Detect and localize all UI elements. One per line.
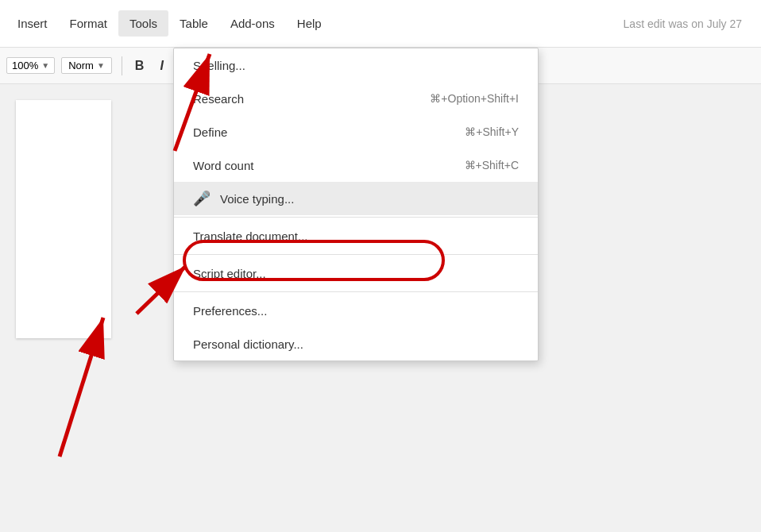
menu-item-research-shortcut: ⌘+Option+Shift+I (430, 92, 519, 105)
menu-item-script-editor[interactable]: Script editor... (174, 256, 538, 290)
document-page (16, 100, 111, 338)
menu-item-spelling-label: Spelling... (193, 59, 245, 72)
menu-item-define-shortcut: ⌘+Shift+Y (465, 125, 519, 138)
style-dropdown-icon: ▼ (97, 61, 105, 70)
zoom-dropdown-icon: ▼ (41, 61, 49, 70)
menu-item-translate[interactable]: Translate document... (174, 219, 538, 253)
menu-item-define[interactable]: Define ⌘+Shift+Y (174, 115, 538, 148)
menu-table[interactable]: Table (168, 10, 219, 37)
menu-item-word-count-label: Word count (193, 159, 253, 172)
microphone-icon: 🎤 (193, 190, 211, 207)
style-value: Norm (68, 60, 94, 71)
menu-item-voice-typing[interactable]: 🎤 Voice typing... (174, 182, 538, 215)
style-selector[interactable]: Norm ▼ (61, 57, 112, 74)
menubar: Insert Format Tools Table Add-ons Help L… (0, 0, 761, 48)
menu-item-define-label: Define (193, 125, 227, 139)
menu-format[interactable]: Format (59, 10, 119, 37)
menu-divider-2 (174, 254, 538, 255)
menu-item-word-count-shortcut: ⌘+Shift+C (465, 159, 519, 172)
menu-item-personal-dictionary[interactable]: Personal dictionary... (174, 327, 538, 360)
menu-item-preferences[interactable]: Preferences... (174, 294, 538, 327)
menu-addons[interactable]: Add-ons (219, 10, 286, 37)
menu-divider-1 (174, 217, 538, 218)
menu-item-preferences-label: Preferences... (193, 304, 267, 318)
menu-item-voice-typing-label: Voice typing... (220, 192, 294, 206)
menu-help[interactable]: Help (286, 10, 333, 37)
menu-insert[interactable]: Insert (6, 10, 59, 37)
menu-divider-3 (174, 291, 538, 292)
toolbar-separator-1 (122, 56, 122, 75)
menu-item-research[interactable]: Research ⌘+Option+Shift+I (174, 82, 538, 115)
zoom-value: 100% (12, 60, 38, 71)
bold-button[interactable]: B (129, 56, 151, 76)
menu-item-script-editor-label: Script editor... (193, 267, 266, 280)
last-edit-text: Last edit was on July 27 (624, 17, 755, 30)
menu-tools[interactable]: Tools (118, 10, 168, 37)
italic-button[interactable]: I (153, 56, 169, 76)
menu-item-personal-dictionary-label: Personal dictionary... (193, 337, 303, 351)
menu-item-spelling[interactable]: Spelling... (174, 48, 538, 82)
menu-item-translate-label: Translate document... (193, 229, 308, 243)
menu-item-research-label: Research (193, 92, 244, 106)
tools-dropdown-menu: Spelling... Research ⌘+Option+Shift+I De… (173, 48, 539, 361)
zoom-selector[interactable]: 100% ▼ (6, 57, 55, 74)
menu-item-word-count[interactable]: Word count ⌘+Shift+C (174, 148, 538, 182)
